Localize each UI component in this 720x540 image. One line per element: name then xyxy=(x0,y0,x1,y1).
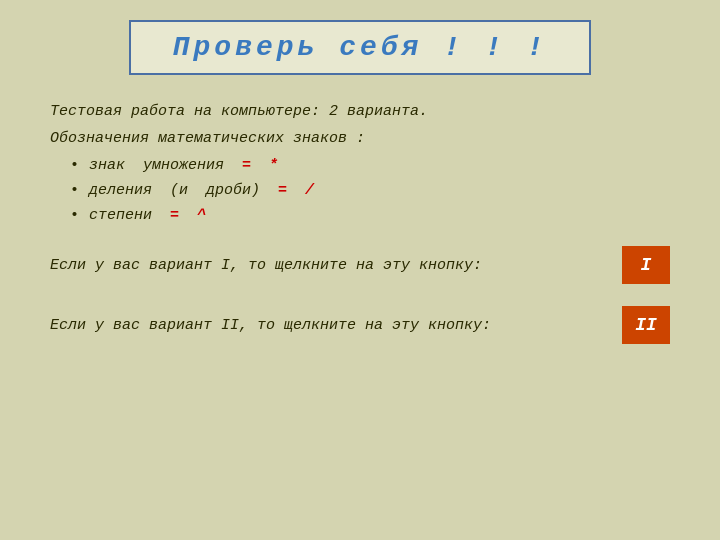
variant2-text: Если у вас вариант II, то щелкните на эт… xyxy=(50,317,612,334)
content-area: Тестовая работа на компьютере: 2 вариант… xyxy=(30,103,690,344)
subtitle-line2: Обозначения математических знаков : xyxy=(50,130,670,147)
subtitle-line1: Тестовая работа на компьютере: 2 вариант… xyxy=(50,103,670,120)
list-item-divide: деления (и дроби) = / xyxy=(70,182,670,199)
variant2-button[interactable]: II xyxy=(622,306,670,344)
variant1-text: Если у вас вариант I, то щелкните на эту… xyxy=(50,257,612,274)
list-item-power-text: степени xyxy=(89,207,170,224)
variant2-row: Если у вас вариант II, то щелкните на эт… xyxy=(50,306,670,344)
list-item-power: степени = ^ xyxy=(70,207,670,224)
bullet-list: знак умножения = * деления (и дроби) = /… xyxy=(70,157,670,224)
list-item-divide-text: деления (и дроби) xyxy=(89,182,278,199)
list-item-multiply-text: знак умножения xyxy=(89,157,242,174)
list-item-divide-symbol: = / xyxy=(278,182,314,199)
list-item-power-symbol: = ^ xyxy=(170,207,206,224)
page-title: Проверь себя ! ! ! xyxy=(173,32,547,63)
list-item-multiply-symbol: = * xyxy=(242,157,278,174)
variant1-button[interactable]: I xyxy=(622,246,670,284)
variant1-row: Если у вас вариант I, то щелкните на эту… xyxy=(50,246,670,284)
page-container: Проверь себя ! ! ! Тестовая работа на ко… xyxy=(0,0,720,540)
list-item-multiply: знак умножения = * xyxy=(70,157,670,174)
title-box: Проверь себя ! ! ! xyxy=(129,20,591,75)
